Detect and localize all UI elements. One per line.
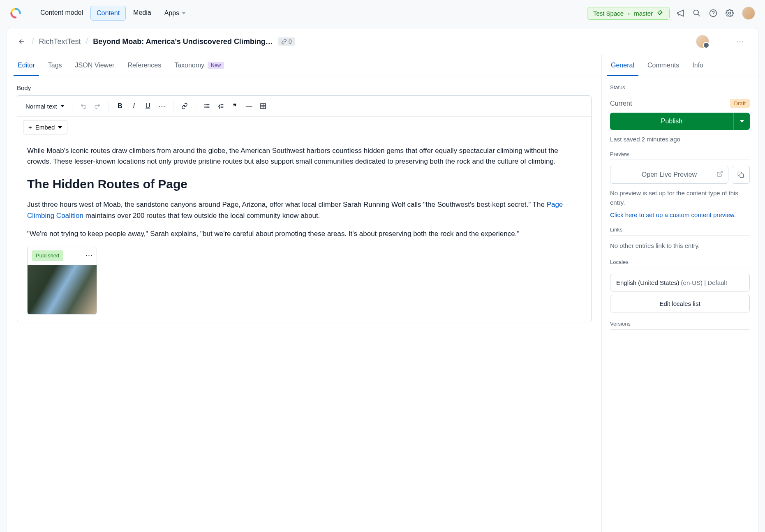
- underline-button[interactable]: U: [142, 100, 154, 112]
- more-button[interactable]: ⋯: [733, 37, 748, 46]
- section-locales: Locales: [610, 259, 750, 268]
- section-status: Status: [610, 84, 750, 93]
- nav-links: Content model Content Media Apps: [35, 6, 192, 21]
- svg-rect-16: [740, 174, 744, 178]
- logo[interactable]: [10, 7, 21, 19]
- last-saved-text: Last saved 2 minutes ago: [610, 136, 750, 143]
- editor-tabs: Editor Tags JSON Viewer References Taxon…: [7, 55, 601, 76]
- setup-preview-link[interactable]: Click here to set up a custom content pr…: [610, 211, 750, 218]
- gear-icon[interactable]: [726, 9, 734, 17]
- crumb-parent[interactable]: RichTextTest: [39, 37, 81, 46]
- avatar[interactable]: [742, 7, 755, 20]
- table-button[interactable]: [257, 100, 269, 112]
- paragraph: While Moab's iconic routes draw climbers…: [27, 146, 581, 167]
- tab-tags[interactable]: Tags: [47, 55, 63, 76]
- tab-json[interactable]: JSON Viewer: [74, 55, 116, 76]
- link-icon: [281, 39, 287, 44]
- tab-references[interactable]: References: [127, 55, 162, 76]
- rte-content[interactable]: While Moab's iconic routes draw climbers…: [17, 138, 591, 322]
- external-link-icon: [716, 171, 723, 179]
- back-button[interactable]: [17, 37, 27, 46]
- bold-button[interactable]: B: [114, 100, 126, 112]
- search-icon[interactable]: [693, 9, 701, 17]
- status-current-label: Current: [610, 100, 632, 107]
- space-name: Test Space: [593, 10, 624, 17]
- tab-taxonomy[interactable]: Taxonomy New: [173, 55, 225, 76]
- chevron-right-icon: ›: [628, 10, 630, 17]
- link-count: 0: [289, 38, 292, 45]
- tab-general[interactable]: General: [610, 55, 635, 76]
- publish-dropdown[interactable]: [733, 113, 750, 130]
- nav-apps[interactable]: Apps: [159, 6, 192, 21]
- publish-button[interactable]: Publish: [610, 113, 733, 130]
- tab-comments[interactable]: Comments: [647, 55, 680, 76]
- heading: The Hidden Routes of Page: [27, 175, 581, 194]
- embedded-image: [28, 265, 97, 314]
- links-none-text: No other entries link to this entry.: [610, 241, 750, 251]
- divider: [196, 102, 196, 111]
- status-badge: Draft: [730, 99, 750, 108]
- page-title: Beyond Moab: America's Undiscovered Clim…: [93, 37, 273, 46]
- tab-taxonomy-label: Taxonomy: [174, 62, 204, 69]
- topnav-icons: [676, 7, 755, 20]
- edit-locales-button[interactable]: Edit locales list: [610, 295, 750, 312]
- paragraph: "We're not trying to keep people away," …: [27, 229, 581, 239]
- nav-apps-label: Apps: [164, 9, 179, 17]
- more-icon[interactable]: ⋯: [86, 250, 92, 261]
- svg-point-0: [694, 10, 699, 15]
- svg-point-8: [205, 107, 205, 108]
- open-preview-button[interactable]: Open Live Preview: [610, 166, 728, 184]
- section-preview: Preview: [610, 151, 750, 160]
- svg-point-2: [729, 12, 731, 14]
- chevron-down-icon: [740, 120, 744, 123]
- more-formatting-button[interactable]: ⋯: [156, 100, 168, 112]
- help-icon[interactable]: [709, 9, 717, 17]
- svg-point-6: [205, 104, 205, 104]
- chevron-down-icon: [60, 105, 65, 107]
- text-style-select[interactable]: Normal text: [23, 101, 67, 111]
- tab-editor[interactable]: Editor: [17, 55, 36, 76]
- env-name: master: [634, 10, 653, 17]
- divider: [72, 102, 72, 111]
- redo-button[interactable]: [91, 100, 104, 112]
- nav-content-model[interactable]: Content model: [35, 6, 89, 21]
- chevron-down-icon: [182, 12, 186, 14]
- locale-meta: (en-US) | Default: [681, 279, 727, 286]
- embed-button[interactable]: + Embed: [23, 120, 67, 134]
- italic-button[interactable]: I: [128, 100, 140, 112]
- quote-button[interactable]: ❞: [229, 100, 241, 112]
- undo-button[interactable]: [77, 100, 90, 112]
- crumb-sep: /: [32, 37, 34, 46]
- svg-point-7: [205, 106, 205, 106]
- nav-content[interactable]: Content: [90, 6, 126, 21]
- nav-media[interactable]: Media: [127, 6, 157, 21]
- rich-text-editor: Normal text B I U ⋯: [17, 95, 592, 322]
- topnav: Content model Content Media Apps Test Sp…: [0, 0, 765, 26]
- paragraph: Just three hours west of Moab, the sands…: [27, 199, 581, 221]
- copy-preview-button[interactable]: [732, 166, 750, 184]
- hr-button[interactable]: —: [243, 100, 255, 112]
- locale-item[interactable]: English (United States) (en-US) | Defaul…: [610, 274, 750, 291]
- section-links: Links: [610, 227, 750, 236]
- divider: [725, 36, 725, 47]
- locale-name: English (United States): [616, 279, 679, 286]
- tab-info[interactable]: Info: [691, 55, 704, 76]
- rocket-icon: [657, 10, 663, 16]
- embed-label: Embed: [35, 124, 55, 131]
- ordered-list-button[interactable]: [215, 100, 227, 112]
- chevron-down-icon: [58, 126, 62, 129]
- preview-label: Open Live Preview: [642, 171, 697, 178]
- crumb-sep: /: [86, 37, 88, 46]
- bullet-list-button[interactable]: [201, 100, 213, 112]
- link-button[interactable]: [178, 100, 191, 112]
- announce-icon[interactable]: [676, 9, 684, 17]
- incoming-links-badge[interactable]: 0: [278, 37, 295, 46]
- main-panel: / RichTextTest / Beyond Moab: America's …: [7, 28, 758, 532]
- embedded-asset[interactable]: Published ⋯: [27, 247, 97, 314]
- status-badge: Published: [32, 250, 63, 261]
- space-env-selector[interactable]: Test Space › master: [587, 7, 670, 20]
- sidebar-tabs: General Comments Info: [602, 55, 758, 76]
- divider: [173, 102, 173, 111]
- collaborator-avatar[interactable]: [696, 35, 709, 48]
- breadcrumb: / RichTextTest / Beyond Moab: America's …: [7, 28, 758, 55]
